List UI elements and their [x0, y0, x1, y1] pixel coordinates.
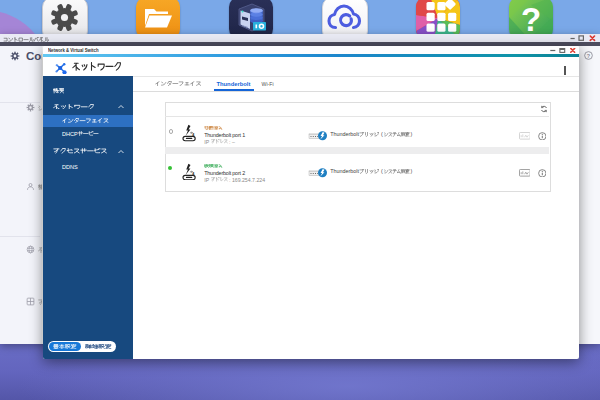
svg-text:?: ?: [587, 52, 590, 58]
svg-text:?: ?: [521, 1, 541, 38]
